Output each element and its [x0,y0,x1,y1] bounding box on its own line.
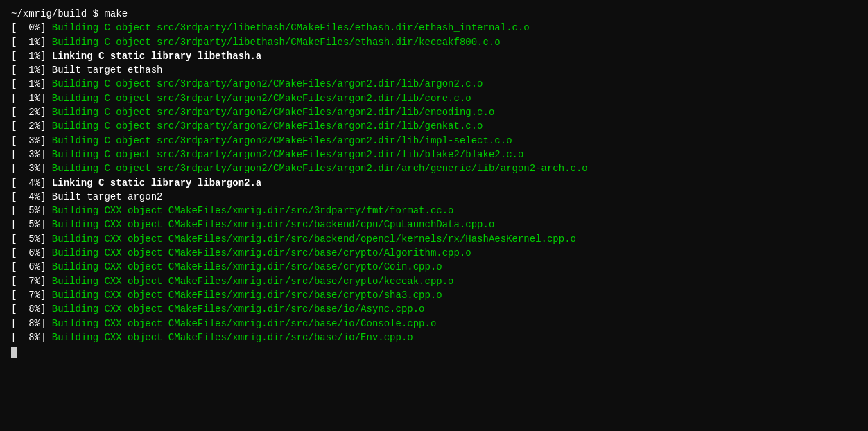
terminal-line: [ 1%] Building C object src/3rdparty/lib… [11,35,857,49]
terminal-window: ~/xmrig/build $ make [ 0%] Building C ob… [11,7,857,431]
terminal-line: [ 3%] Building C object src/3rdparty/arg… [11,148,857,161]
terminal-line: [ 1%] Built target ethash [11,63,857,77]
terminal-line: [ 2%] Building C object src/3rdparty/arg… [11,105,857,119]
terminal-line: [ 7%] Building CXX object CMakeFiles/xmr… [11,288,857,302]
terminal-line: [ 5%] Building CXX object CMakeFiles/xmr… [11,232,857,246]
terminal-line: [ 4%] Built target argon2 [11,190,857,204]
terminal-line: [ 3%] Building C object src/3rdparty/arg… [11,161,857,175]
terminal-cursor [11,347,17,358]
terminal-line: [ 1%] Linking C static library libethash… [11,49,857,63]
terminal-line: [ 8%] Building CXX object CMakeFiles/xmr… [11,302,857,316]
terminal-output: [ 0%] Building C object src/3rdparty/lib… [11,21,857,344]
terminal-line: [ 0%] Building C object src/3rdparty/lib… [11,21,857,35]
terminal-line: [ 8%] Building CXX object CMakeFiles/xmr… [11,331,857,344]
terminal-line: [ 5%] Building CXX object CMakeFiles/xmr… [11,204,857,218]
terminal-line: [ 4%] Linking C static library libargon2… [11,176,857,190]
terminal-line: [ 6%] Building CXX object CMakeFiles/xmr… [11,246,857,260]
terminal-line: [ 1%] Building C object src/3rdparty/arg… [11,91,857,105]
terminal-line: [ 3%] Building C object src/3rdparty/arg… [11,134,857,148]
terminal-line: [ 7%] Building CXX object CMakeFiles/xmr… [11,274,857,288]
terminal-line: [ 1%] Building C object src/3rdparty/arg… [11,77,857,91]
terminal-line: [ 6%] Building CXX object CMakeFiles/xmr… [11,260,857,274]
prompt-line: ~/xmrig/build $ make [11,7,857,21]
terminal-line: [ 5%] Building CXX object CMakeFiles/xmr… [11,218,857,231]
terminal-line: [ 2%] Building C object src/3rdparty/arg… [11,119,857,133]
cursor-line [11,344,857,358]
terminal-line: [ 8%] Building CXX object CMakeFiles/xmr… [11,317,857,331]
